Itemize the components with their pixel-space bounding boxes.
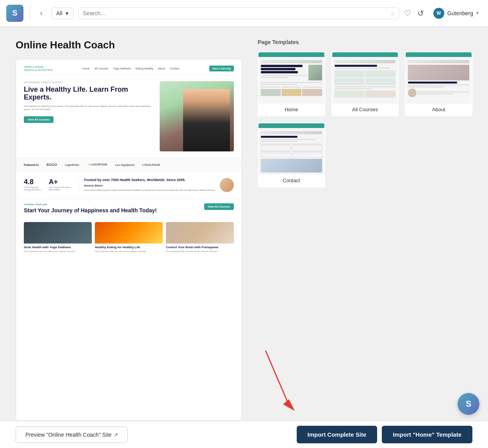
nav-link-yoga: Yoga Sadhana <box>113 67 131 70</box>
preview-logo-2: LogoStrike <box>65 164 79 166</box>
preview-logo: JAMIE & ANNIE HEALTH & NUTRITION <box>24 66 53 71</box>
preview-logo-4: ●●● logolpsum <box>115 164 135 166</box>
template-thumb-about <box>406 52 472 103</box>
template-label-about: About <box>406 103 472 116</box>
preview-card-img-3 <box>166 222 234 244</box>
preview-hero-heading: Live a Healthy Life. Learn From Experts. <box>24 86 153 101</box>
preview-cta-section: CHANGE YOUR LIFE Start Your Journey of H… <box>16 198 242 258</box>
nav-link-contact: Contact <box>170 67 179 70</box>
preview-cta-heading: Start Your Journey of Happiness and Heal… <box>24 207 157 213</box>
preview-testimonial-text: I have been following this routine and b… <box>84 188 234 192</box>
search-bar[interactable]: ⌕ <box>78 7 399 19</box>
left-panel: Online Health Coach JAMIE & ANNIE HEALTH… <box>16 39 242 421</box>
template-label-courses: All Courses <box>332 103 398 116</box>
refresh-icon[interactable]: ↺ <box>417 9 424 18</box>
site-title: Online Health Coach <box>16 39 242 51</box>
preview-nav: JAMIE & ANNIE HEALTH & NUTRITION Home Al… <box>24 66 234 75</box>
nav-link-courses: All Courses <box>94 67 109 70</box>
preview-stat-rating-num: 4.8 <box>24 178 41 186</box>
template-card-courses[interactable]: All Courses <box>331 52 399 116</box>
wordpress-chevron-icon: ▾ <box>476 11 479 16</box>
preview-hero-btn: View All Courses <box>24 116 53 123</box>
preview-nav-links: Home All Courses Yoga Sadhana Eating Hea… <box>82 67 179 70</box>
preview-cards: Seek Health with Yoga Sadhana Proin grav… <box>24 222 234 253</box>
topbar-actions: ♡ ↺ W Gutenberg ▾ <box>404 6 482 20</box>
preview-stat-grade: A+ 125 Student Reviews 888 Rating <box>49 178 71 192</box>
nav-link-eating: Eating Healthy <box>135 67 153 70</box>
preview-stat-rating: 4.8 2,394 Ratings Google Reviews <box>24 178 41 192</box>
floating-help-button[interactable]: S <box>458 393 479 415</box>
page-templates-title: Page Templates <box>258 39 472 45</box>
preview-logo-1: BOGO <box>46 163 57 167</box>
template-card-contact[interactable]: Contact <box>258 123 325 187</box>
preview-hero-tag: ON-DEMAND VIDEO COURSES <box>24 81 153 84</box>
filter-label: All <box>56 10 62 16</box>
wishlist-icon[interactable]: ♡ <box>404 9 411 18</box>
preview-logo-main: JAMIE & ANNIE <box>24 66 53 69</box>
filter-dropdown[interactable]: All ▾ <box>51 7 73 19</box>
wordpress-label: Gutenberg <box>447 10 473 16</box>
logo-letter: S <box>12 9 17 18</box>
preview-card-1: Seek Health with Yoga Sadhana Proin grav… <box>24 222 92 253</box>
main-content: Online Health Coach JAMIE & ANNIE HEALTH… <box>0 27 488 421</box>
template-card-about[interactable]: About <box>405 52 472 116</box>
template-label-home: Home <box>258 103 324 116</box>
site-preview: JAMIE & ANNIE HEALTH & NUTRITION Home Al… <box>16 59 242 421</box>
search-input[interactable] <box>83 10 388 16</box>
preview-testimonial-heading: Trusted by over 7000 Health Seekers, Wor… <box>84 178 234 182</box>
template-thumb-contact <box>258 123 324 174</box>
preview-cta-text: CHANGE YOUR LIFE Start Your Journey of H… <box>24 203 157 217</box>
preview-hero-image <box>160 81 234 151</box>
preview-logo-sub: HEALTH & NUTRITION <box>24 69 53 72</box>
app-logo[interactable]: S <box>6 5 23 22</box>
floating-icon-letter: S <box>466 399 472 409</box>
import-complete-label: Import Complete Site <box>308 431 367 438</box>
template-label-contact: Contact <box>258 174 324 187</box>
preview-card-title-1: Seek Health with Yoga Sadhana <box>24 245 92 249</box>
preview-testimonial-name: Jessica Simon <box>84 184 234 187</box>
preview-cta-btn: View All Courses <box>204 203 234 210</box>
preview-hero-section: JAMIE & ANNIE HEALTH & NUTRITION Home Al… <box>16 59 242 158</box>
preview-logo-5: LOGOLPSUM <box>142 164 160 166</box>
preview-card-desc-3: Proin gravida nibh vel velit auctor aliq… <box>166 250 234 253</box>
preview-card-img-2 <box>95 222 163 244</box>
topbar: S ‹ All ▾ ⌕ ♡ ↺ W Gutenberg ▾ <box>0 0 488 27</box>
preview-hero-content: ON-DEMAND VIDEO COURSES Live a Healthy L… <box>24 81 234 151</box>
preview-card-desc-1: Proin gravida nibh vel velit auctor aliq… <box>24 250 92 253</box>
topbar-divider <box>30 5 30 21</box>
nav-link-home: Home <box>82 67 90 70</box>
bottom-right-buttons: Import Complete Site Import "Home" Templ… <box>297 426 473 443</box>
back-button[interactable]: ‹ <box>36 7 46 20</box>
preview-card-desc-2: Proin gravida nibh vel velit auctor aliq… <box>95 250 163 253</box>
bottom-bar: Preview "Online Health Coach" Site ↗ Imp… <box>0 421 488 448</box>
external-link-icon: ↗ <box>114 432 118 437</box>
nav-link-about: About <box>158 67 165 70</box>
preview-hero-desc: Get healthier by following lorem ipsum. … <box>24 105 153 111</box>
preview-stats: 4.8 2,394 Ratings Google Reviews A+ 125 … <box>16 171 242 198</box>
preview-nav-cta: Start Learning <box>209 66 234 71</box>
search-icon: ⌕ <box>391 10 394 16</box>
preview-logo-3: ⚡LOGOIPSUM <box>87 163 107 166</box>
wordpress-menu[interactable]: W Gutenberg ▾ <box>430 6 482 20</box>
preview-testimonial: Trusted by over 7000 Health Seekers, Wor… <box>78 178 234 192</box>
import-home-label: Import "Home" Template <box>393 431 461 438</box>
preview-stat-grade-sub2: 888 Rating <box>49 188 71 191</box>
preview-cta-header: CHANGE YOUR LIFE Start Your Journey of H… <box>24 203 234 217</box>
template-card-home[interactable]: Home <box>258 52 325 116</box>
templates-grid: Home <box>258 52 472 187</box>
preview-card-img-1 <box>24 222 92 244</box>
preview-card-2: Healthy Eating for Healthy Life Proin gr… <box>95 222 163 253</box>
preview-stat-rating-sub2: Google Reviews <box>24 188 41 191</box>
preview-card-3: Control Your Brain with Pranayama Proin … <box>166 222 234 253</box>
preview-featured: Featured In BOGO LogoStrike ⚡LOGOIPSUM ●… <box>16 158 242 171</box>
import-home-template-button[interactable]: Import "Home" Template <box>382 426 472 443</box>
import-complete-site-button[interactable]: Import Complete Site <box>297 426 378 443</box>
preview-stat-grade-num: A+ <box>49 178 71 186</box>
right-panel: Page Templates <box>258 39 472 421</box>
preview-site-button[interactable]: Preview "Online Health Coach" Site ↗ <box>16 427 128 443</box>
filter-chevron-icon: ▾ <box>66 10 68 16</box>
template-thumb-home <box>258 52 324 103</box>
preview-site-label: Preview "Online Health Coach" Site <box>25 432 112 438</box>
preview-hero-person <box>183 89 230 151</box>
template-thumb-courses <box>332 52 398 103</box>
